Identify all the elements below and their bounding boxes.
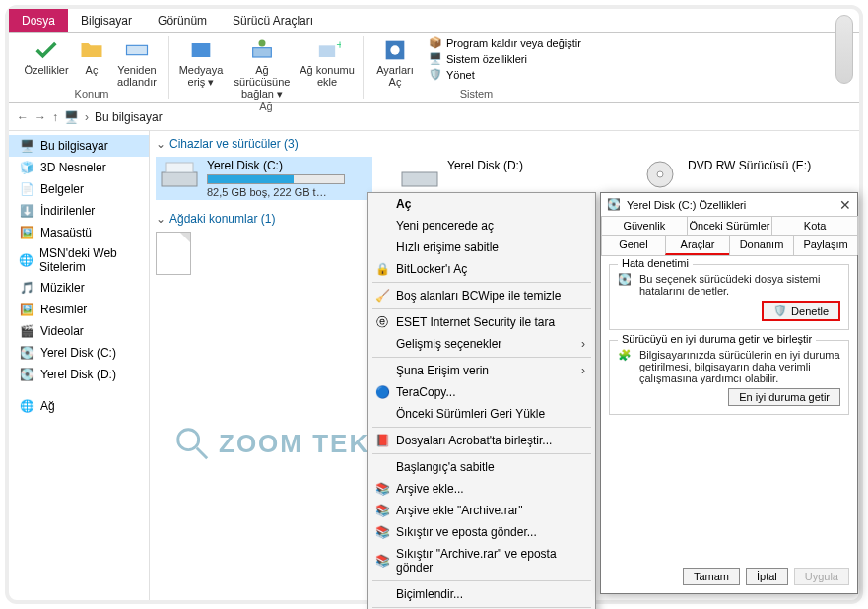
drive-icon: 💽 (19, 367, 34, 382)
svg-rect-10 (402, 172, 437, 186)
sidebar-msn-sites[interactable]: 🌐MSN'deki Web Sitelerim (9, 243, 149, 277)
ribbon-uninstall-program[interactable]: 📦Program kaldır veya değiştir (429, 36, 581, 50)
ribbon-map-drive[interactable]: Ağ sürücüsüne bağlan ▾ (231, 36, 294, 101)
folder-open-icon (78, 36, 105, 64)
ctx-separator (372, 580, 591, 581)
sidebar-desktop[interactable]: 🖼️Masaüstü (9, 222, 149, 243)
rar-icon: 📚 (374, 503, 390, 518)
ribbon-media-access[interactable]: Medyaya eriş ▾ (177, 36, 225, 101)
optimize-button[interactable]: En iyi duruma getir (728, 388, 840, 406)
ribbon-manage[interactable]: 🛡️Yönet (429, 68, 581, 82)
ctx-format[interactable]: Biçimlendir... (368, 583, 595, 605)
ctx-add-to-archive[interactable]: 📚Arşive ekle... (368, 478, 595, 500)
section-devices-header[interactable]: ⌄Cihazlar ve sürücüler (3) (156, 135, 853, 153)
apply-button[interactable]: Uygula (794, 568, 849, 585)
ctx-compress-named-email-label: Sıkıştır "Archive.rar" ve eposta gönder (396, 547, 585, 575)
drive-c-size: 82,5 GB boş, 222 GB t… (207, 186, 345, 198)
ribbon-open[interactable]: Aç (76, 36, 107, 88)
ctx-separator (372, 282, 591, 283)
broom-icon: 🧹 (374, 288, 390, 304)
ribbon-properties[interactable]: Özellikler (23, 36, 70, 88)
cancel-button[interactable]: İptal (746, 568, 788, 585)
window-scrollbar[interactable] (835, 15, 853, 84)
ctx-acrobat-combine[interactable]: 📕Dosyaları Acrobat'ta birleştir... (368, 430, 595, 451)
prop-tab-previous-versions[interactable]: Önceki Sürümler (687, 216, 773, 235)
prop-tab-tools[interactable]: Araçlar (665, 235, 730, 255)
tab-computer[interactable]: Bilgisayar (68, 9, 145, 32)
breadcrumb[interactable]: ← → ↑ 🖥️ › Bu bilgisayar (9, 103, 859, 131)
sidebar-network[interactable]: 🌐Ağ (9, 395, 149, 417)
ribbon-open-settings[interactable]: Ayarları Aç (371, 36, 419, 88)
shield-icon: 🛡️ (773, 304, 787, 317)
rar-icon: 📚 (374, 524, 390, 540)
drive-dvd-label: DVD RW Sürücüsü (E:) (688, 159, 811, 172)
drive-c[interactable]: Yerel Disk (C:) 82,5 GB boş, 222 GB t… (156, 157, 372, 200)
sidebar-downloads[interactable]: ⬇️İndirilenler (9, 200, 149, 222)
ribbon-add-network-location[interactable]: ＋ Ağ konumu ekle (300, 36, 355, 101)
section-network-label: Ağdaki konumlar (1) (169, 212, 275, 226)
sidebar-this-pc[interactable]: 🖥️Bu bilgisayar (9, 135, 149, 157)
drive-c-label: Yerel Disk (C:) (207, 159, 345, 172)
optimize-group: Sürücüyü en iyi duruma getir ve birleşti… (609, 340, 849, 415)
box-icon: 📦 (429, 36, 442, 50)
ctx-teracopy[interactable]: 🔵TeraCopy... (368, 381, 595, 403)
ctx-acrobat-label: Dosyaları Acrobat'ta birleştir... (396, 434, 552, 447)
sidebar-item-label: Müzikler (40, 281, 85, 295)
sidebar-3d-objects[interactable]: 🧊3D Nesneler (9, 157, 149, 178)
ribbon-add-location-label: Ağ konumu ekle (300, 64, 355, 88)
drive-icon: 💽 (607, 198, 621, 211)
ctx-advanced-options[interactable]: Gelişmiş seçenekler› (368, 333, 595, 355)
tab-file[interactable]: Dosya (9, 9, 68, 32)
sidebar-item-label: Yerel Disk (C:) (40, 346, 116, 360)
ctx-compress-named-and-email[interactable]: 📚Sıkıştır "Archive.rar" ve eposta gönder (368, 543, 595, 578)
ctx-bcwipe-label: Boş alanları BCWipe ile temizle (396, 289, 561, 303)
svg-point-7 (390, 45, 399, 54)
sidebar-item-label: Bu bilgisayar (40, 139, 108, 153)
ctx-bcwipe[interactable]: 🧹Boş alanları BCWipe ile temizle (368, 285, 595, 306)
ribbon-media-access-label: Medyaya eriş ▾ (179, 64, 224, 89)
sidebar-local-disk-d[interactable]: 💽Yerel Disk (D:) (9, 364, 149, 385)
chevron-down-icon: ⌄ (156, 137, 166, 151)
sidebar-documents[interactable]: 📄Belgeler (9, 178, 149, 200)
ok-button[interactable]: Tamam (683, 568, 740, 585)
properties-dialog: 💽 Yerel Disk (C:) Özellikleri ✕ Güvenlik… (600, 192, 858, 594)
nav-up-icon[interactable]: ↑ (52, 110, 58, 124)
sidebar-videos[interactable]: 🎬Videolar (9, 320, 149, 342)
ctx-restore-previous-versions[interactable]: Önceki Sürümleri Geri Yükle (368, 403, 595, 425)
sidebar-item-label: İndirilenler (40, 204, 95, 218)
disc-icon (640, 159, 680, 190)
nav-back-icon[interactable]: ← (17, 110, 29, 124)
prop-tab-hardware[interactable]: Donanım (729, 235, 794, 255)
svg-rect-2 (253, 48, 272, 57)
svg-point-13 (178, 430, 199, 450)
ctx-give-access[interactable]: Şuna Erişim verin› (368, 360, 595, 381)
ribbon-system-properties[interactable]: 🖥️Sistem özellikleri (429, 52, 581, 66)
prop-tab-security[interactable]: Güvenlik (601, 216, 688, 235)
check-button[interactable]: 🛡️Denetle (762, 301, 840, 321)
tab-drive-tools[interactable]: Sürücü Araçları (220, 9, 326, 32)
ribbon-open-label: Aç (86, 64, 99, 76)
ctx-eset-scan[interactable]: ⓔESET Internet Security ile tara (368, 311, 595, 333)
sidebar-item-label: Resimler (40, 303, 87, 316)
ribbon-rename[interactable]: Yeniden adlandır (113, 36, 161, 88)
settings-icon (381, 36, 409, 64)
ctx-add-to-archive-named[interactable]: 📚Arşive ekle "Archive.rar" (368, 500, 595, 521)
ctx-open-new-window[interactable]: Yeni pencerede aç (368, 215, 595, 237)
nav-fwd-icon[interactable]: → (34, 110, 46, 124)
prop-tab-general[interactable]: Genel (601, 235, 666, 255)
tab-view[interactable]: Görünüm (145, 9, 220, 32)
ribbon-open-settings-label: Ayarları Aç (376, 64, 414, 88)
sidebar-pictures[interactable]: 🖼️Resimler (9, 299, 149, 320)
prop-tab-sharing[interactable]: Paylaşım (793, 235, 858, 255)
desktop-icon: 🖼️ (19, 225, 34, 240)
breadcrumb-root[interactable]: Bu bilgisayar (95, 110, 163, 124)
ctx-open[interactable]: Aç (368, 193, 595, 215)
ctx-bitlocker[interactable]: 🔒BitLocker'ı Aç (368, 258, 595, 280)
prop-tab-quota[interactable]: Kota (771, 216, 858, 235)
close-icon[interactable]: ✕ (839, 197, 851, 213)
sidebar-local-disk-c[interactable]: 💽Yerel Disk (C:) (9, 342, 149, 364)
sidebar-music[interactable]: 🎵Müzikler (9, 277, 149, 299)
ctx-compress-and-email[interactable]: 📚Sıkıştır ve eposta gönder... (368, 521, 595, 543)
ctx-pin-to-start[interactable]: Başlangıç'a sabitle (368, 456, 595, 478)
ctx-pin-quick-access[interactable]: Hızlı erişime sabitle (368, 237, 595, 258)
